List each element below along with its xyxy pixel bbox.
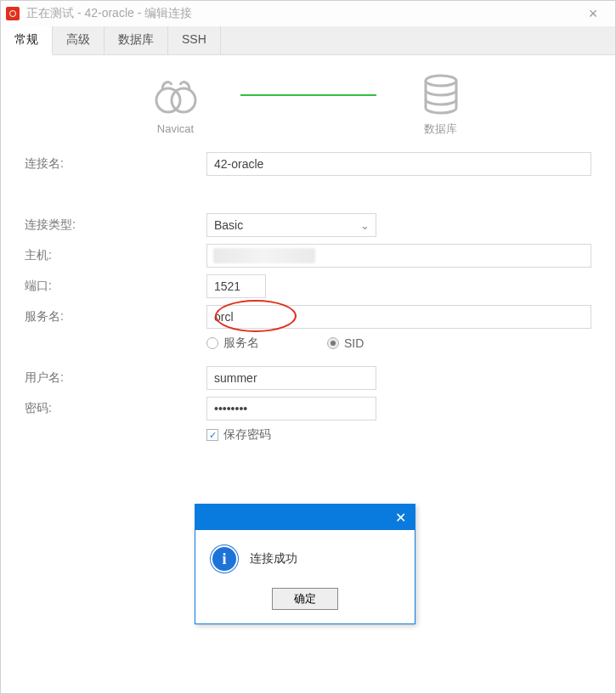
tab-ssh[interactable]: SSH [168, 26, 221, 54]
label-conn-type: 连接类型: [25, 217, 206, 233]
label-host: 主机: [25, 248, 206, 263]
content-pane: Navicat 数据库 连接名: 连接类型: [1, 55, 615, 693]
dialog-close-icon[interactable]: ✕ [395, 510, 406, 526]
radio-service-name-label: 服务名 [223, 336, 259, 351]
diagram-right-label: 数据库 [424, 121, 457, 137]
tab-general[interactable]: 常规 [1, 26, 53, 55]
edit-connection-window: 正在测试 - 42-oracle - 编辑连接 × 常规 高级 数据库 SSH … [0, 0, 616, 694]
tab-advanced[interactable]: 高级 [53, 26, 105, 54]
save-password-checkbox[interactable]: ✓ 保存密码 [206, 427, 591, 443]
host-redacted [213, 248, 315, 263]
titlebar: 正在测试 - 42-oracle - 编辑连接 × [1, 1, 615, 26]
label-service-name: 服务名: [25, 309, 206, 324]
port-input[interactable] [206, 274, 266, 298]
radio-sid[interactable]: SID [327, 336, 364, 350]
app-icon [6, 7, 20, 20]
close-icon[interactable]: × [576, 5, 610, 23]
conn-name-input[interactable] [206, 152, 591, 176]
label-user: 用户名: [25, 370, 206, 386]
window-title: 正在测试 - 42-oracle - 编辑连接 [26, 6, 192, 21]
radio-unselected-icon [206, 337, 218, 349]
save-password-label: 保存密码 [223, 427, 271, 443]
dialog-message: 连接成功 [250, 551, 297, 567]
diagram-left-label: Navicat [157, 122, 194, 135]
svg-point-2 [426, 76, 456, 86]
radio-sid-label: SID [344, 336, 364, 350]
label-port: 端口: [25, 279, 206, 294]
tab-database[interactable]: 数据库 [105, 26, 168, 54]
ok-button[interactable]: 确定 [272, 588, 338, 610]
user-input[interactable] [206, 366, 376, 390]
dialog-titlebar: ✕ [195, 505, 415, 530]
label-conn-name: 连接名: [25, 156, 206, 172]
svg-point-1 [172, 88, 195, 112]
database-icon [422, 74, 460, 116]
connection-line-icon [240, 94, 376, 96]
radio-selected-icon [327, 337, 339, 349]
checkbox-checked-icon: ✓ [206, 429, 218, 441]
navicat-icon [153, 76, 199, 117]
connection-diagram: Navicat 数据库 [25, 67, 591, 137]
radio-service-name[interactable]: 服务名 [206, 336, 259, 351]
tab-bar: 常规 高级 数据库 SSH [1, 26, 615, 55]
info-icon: i [211, 545, 238, 573]
label-password: 密码: [25, 401, 206, 416]
conn-type-select[interactable]: Basic ⌄ [206, 213, 376, 237]
service-name-input[interactable] [206, 305, 591, 329]
password-input[interactable] [206, 397, 376, 420]
success-dialog: ✕ i 连接成功 确定 [195, 504, 415, 624]
